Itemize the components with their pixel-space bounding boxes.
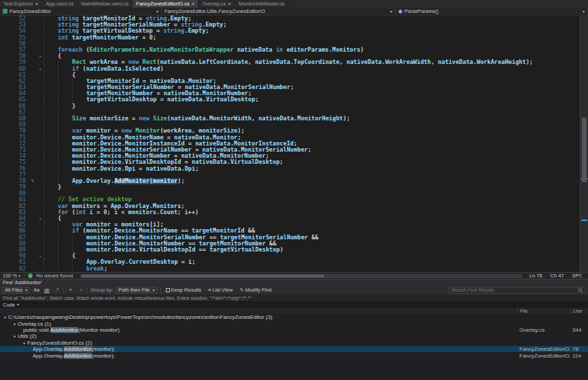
code-line[interactable]: 69 bbox=[0, 122, 580, 128]
code-token: ); bbox=[237, 128, 244, 134]
code-line[interactable]: 89monitor.Device.VirtualDesktopId == tar… bbox=[0, 247, 580, 253]
collapse-all-button[interactable]: − bbox=[77, 287, 84, 294]
close-icon[interactable]: × bbox=[192, 1, 195, 7]
code-line[interactable]: 81// Set active desktop bbox=[0, 196, 580, 203]
code-line[interactable]: 55int targetMonitorNumber = 0; bbox=[0, 35, 580, 41]
whole-word-button[interactable]: ab bbox=[43, 287, 50, 294]
result-row[interactable]: App.Overlay.AddMonitor(monitor);FancyZon… bbox=[0, 352, 588, 358]
fold-margin bbox=[37, 141, 44, 147]
code-token: ( bbox=[79, 228, 86, 234]
horizontal-scrollbar[interactable] bbox=[80, 274, 522, 278]
scrollbar-thumb[interactable] bbox=[82, 275, 324, 277]
list-view-button[interactable]: ≡ List View bbox=[206, 287, 235, 294]
code-text bbox=[44, 172, 580, 178]
column-header-file[interactable]: File bbox=[517, 309, 570, 313]
fold-chevron-icon[interactable]: ▾ bbox=[37, 53, 44, 59]
type-dropdown[interactable]: FancyZonesEditor.Utils.FancyZonesEditorI… bbox=[162, 7, 396, 15]
code-line[interactable]: 92break; bbox=[0, 266, 580, 272]
match-case-button[interactable]: Aa bbox=[33, 287, 40, 294]
close-icon[interactable]: × bbox=[35, 1, 39, 7]
keep-results-button[interactable]: Keep Results bbox=[164, 287, 204, 294]
project-dropdown[interactable]: FancyZonesEditor ▾ bbox=[0, 7, 162, 15]
indent-guide bbox=[58, 247, 72, 253]
code-line[interactable]: 76monitor.Device.Dpi = nativeData.Dpi; bbox=[0, 166, 580, 172]
code-line[interactable]: 84▾{ bbox=[0, 215, 580, 222]
close-icon[interactable]: × bbox=[228, 1, 231, 7]
code-line[interactable]: 78✎App.Overlay.AddMonitor(monitor); bbox=[0, 178, 580, 184]
results-search-box[interactable] bbox=[449, 287, 586, 294]
modify-find-button[interactable]: ✎ Modify Find bbox=[237, 287, 273, 294]
results-search-input[interactable] bbox=[451, 288, 576, 292]
code-line[interactable]: 67 bbox=[0, 109, 580, 116]
code-line[interactable]: 74monitor.Device.MonitorNumber = nativeD… bbox=[0, 153, 580, 159]
code-editor[interactable]: 52string targetMonitorId = string.Empty;… bbox=[0, 16, 588, 272]
tab-fancyzoneseditorio-cs[interactable]: FancyZonesEditorIO.cs× bbox=[133, 0, 198, 7]
tab-app-xaml-cs[interactable]: App.xaml.cs bbox=[42, 0, 77, 7]
expander-icon[interactable]: ▾ bbox=[14, 334, 16, 339]
code-line[interactable]: 77 bbox=[0, 172, 580, 178]
result-row[interactable]: ▾C:\Users\zhaopengwang\Desktop\powertoys… bbox=[0, 314, 588, 320]
code-token: monitor bbox=[72, 166, 97, 172]
code-line[interactable]: 86if (monitor.Device.MonitorName == targ… bbox=[0, 228, 580, 234]
code-line[interactable]: 66} bbox=[0, 103, 580, 109]
scope-dropdown[interactable]: All Files ▾ bbox=[2, 287, 30, 294]
member-dropdown[interactable]: ParseParams() ▾ bbox=[396, 7, 588, 15]
code-line[interactable]: 56 bbox=[0, 41, 580, 47]
code-line[interactable]: 62targetMonitorId = nativeData.Monitor; bbox=[0, 78, 580, 84]
scrollbar-thumb[interactable] bbox=[582, 118, 587, 182]
code-token: = bbox=[153, 28, 164, 34]
code-line[interactable]: 57foreach (EditorParameters.NativeMonito… bbox=[0, 47, 580, 53]
expand-all-button[interactable]: + bbox=[67, 287, 74, 294]
code-line[interactable]: 79} bbox=[0, 184, 580, 190]
column-header-line[interactable]: Line bbox=[570, 309, 588, 313]
code-line[interactable]: 80 bbox=[0, 190, 580, 196]
group-by-dropdown[interactable]: Path then File ▾ bbox=[116, 287, 157, 294]
code-line[interactable]: 68Size monitorSize = new Size(nativeData… bbox=[0, 116, 580, 122]
code-line[interactable]: 75monitor.Device.VirtualDesktopId = nati… bbox=[0, 159, 580, 165]
code-line[interactable]: 60▾if (nativeData.IsSelected) bbox=[0, 66, 580, 72]
code-line[interactable]: 85var monitor = monitors[i]; bbox=[0, 222, 580, 228]
code-line[interactable]: 88monitor.Device.MonitorNumber == target… bbox=[0, 241, 580, 247]
tab-mainwindow-xaml-cs[interactable]: MainWindow.xaml.cs bbox=[77, 0, 133, 7]
code-line[interactable]: 59Rect workArea = new Rect(nativeData.Le… bbox=[0, 59, 580, 65]
expander-icon[interactable]: ▾ bbox=[23, 341, 25, 345]
result-row[interactable]: public void AddMonitor(Monitor monitor)O… bbox=[0, 327, 588, 333]
fold-chevron-icon[interactable]: ▾ bbox=[37, 66, 44, 72]
code-line[interactable]: 70var monitor = new Monitor(workArea, mo… bbox=[0, 128, 580, 134]
code-line[interactable]: 83for (int i = 0; i < monitors.Count; i+… bbox=[0, 209, 580, 215]
code-line[interactable]: 64targetMonitorNumber = nativeData.Monit… bbox=[0, 90, 580, 97]
code-line[interactable]: 90▾{ bbox=[0, 253, 580, 259]
code-token: workArea bbox=[90, 59, 118, 65]
code-line[interactable]: 73monitor.Device.MonitorSerialNumber = n… bbox=[0, 147, 580, 153]
code-line[interactable]: 63targetMonitorSerialNumber = nativeData… bbox=[0, 84, 580, 90]
code-line[interactable]: 52string targetMonitorId = string.Empty; bbox=[0, 16, 580, 22]
expander-icon[interactable]: ▾ bbox=[4, 315, 6, 319]
code-line[interactable]: 53string targetMonitorSerialNumber = str… bbox=[0, 22, 580, 28]
code-lines[interactable]: 52string targetMonitorId = string.Empty;… bbox=[0, 16, 580, 272]
health-check-icon[interactable]: ✓ bbox=[28, 273, 33, 278]
code-line[interactable]: 54string targetVirtualDesktop = string.E… bbox=[0, 28, 580, 34]
result-row[interactable]: App.Overlay.AddMonitor(monitor);FancyZon… bbox=[0, 346, 588, 352]
result-row[interactable]: ▾Overlay.cs (1) bbox=[0, 320, 588, 326]
tab-overlay-cs[interactable]: Overlay.cs× bbox=[198, 0, 235, 7]
result-row[interactable]: ▾Utils (2) bbox=[0, 333, 588, 339]
fold-chevron-icon[interactable]: ▾ bbox=[37, 215, 44, 222]
regex-button[interactable]: .* bbox=[53, 287, 60, 294]
results-filter-dropdown[interactable]: Code ▾ bbox=[0, 301, 588, 308]
code-line[interactable]: 72monitor.Device.MonitorInstanceId = nat… bbox=[0, 141, 580, 147]
chevron-down-icon: ▾ bbox=[156, 10, 158, 14]
code-line[interactable]: 82var monitors = App.Overlay.Monitors; bbox=[0, 203, 580, 209]
vertical-scrollbar[interactable] bbox=[580, 16, 588, 272]
code-line[interactable]: 65targetVirtualDesktop = nativeData.Virt… bbox=[0, 97, 580, 103]
tab-monitorinfomodel-cs[interactable]: MonitorInfoModel.cs bbox=[235, 0, 289, 7]
code-line[interactable]: 87monitor.Device.MonitorSerialNumber == … bbox=[0, 235, 580, 241]
code-line[interactable]: 71monitor.Device.MonitorName = nativeDat… bbox=[0, 135, 580, 141]
code-line[interactable]: 61{ bbox=[0, 72, 580, 78]
tab-test-explorer[interactable]: Test Explorer× bbox=[0, 0, 42, 7]
result-row[interactable]: ▾FancyZonesEditorIO.cs (2) bbox=[0, 340, 588, 346]
fold-chevron-icon[interactable]: ▾ bbox=[37, 253, 44, 259]
code-line[interactable]: 58▾{ bbox=[0, 53, 580, 59]
expander-icon[interactable]: ▾ bbox=[14, 322, 16, 326]
zoom-control[interactable]: 100 % ▾ bbox=[3, 273, 20, 279]
code-line[interactable]: 91App.Overlay.CurrentDesktop = i; bbox=[0, 259, 580, 265]
